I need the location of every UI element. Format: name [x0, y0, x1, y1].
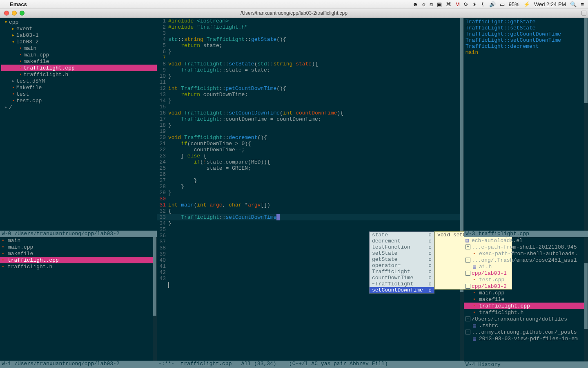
sync-icon[interactable]: ⟳ [464, 1, 468, 7]
expand-icon[interactable]: - [466, 284, 470, 289]
code-line[interactable]: 2#include "trafficlight.h" [157, 24, 464, 30]
tree-file[interactable]: ▪test.cpp [1, 97, 157, 104]
autocomplete-item[interactable]: operator=c [370, 263, 434, 269]
tree-folder[interactable]: ▾lab03-2 [1, 38, 157, 45]
buffer-item[interactable]: ▪makefile [464, 296, 588, 303]
code-line[interactable]: 3 [157, 30, 464, 36]
buffer-group[interactable]: -...ommytxtruong.github.com/_posts [464, 329, 588, 335]
buffer-item[interactable]: ▤a1.h [464, 263, 588, 270]
bluetooth-icon[interactable]: ∗ [472, 1, 477, 7]
code-line[interactable]: 11 [157, 79, 464, 85]
list-item[interactable]: ▤ ecb-autoloads.el [464, 237, 588, 244]
tree-file[interactable]: ▪main.cpp [1, 52, 157, 58]
autocomplete-item[interactable]: countDownTimec [370, 275, 434, 281]
dropbox-icon[interactable]: ⧈ [430, 1, 433, 7]
code-line[interactable]: 26 [157, 171, 464, 177]
file-history[interactable]: ▪main▪main.cpp▪makefile▪trafficlight.cpp… [0, 237, 157, 368]
scrollbar[interactable] [153, 237, 157, 368]
buffer-group[interactable]: -...ong/.Trash/emacs/cosc2451_ass1 [464, 257, 588, 263]
code-line[interactable]: 27 } [157, 177, 464, 184]
close-icon[interactable] [4, 11, 9, 16]
code-line[interactable]: 29} [157, 190, 464, 196]
code-line[interactable]: 1#include <iostream> [157, 18, 464, 24]
minimize-icon[interactable] [12, 11, 17, 16]
code-line[interactable]: 23 } else { [157, 153, 464, 159]
code-line[interactable]: 17 TrafficLight::countDownTime = countDo… [157, 116, 464, 122]
code-line[interactable]: 6} [157, 49, 464, 55]
directory-tree[interactable]: ▾cpp▸event▸lab03-1▾lab03-2▪main▪main.cpp… [0, 18, 157, 231]
code-line[interactable]: 25 state = GREEN; [157, 165, 464, 171]
scrollbar[interactable] [460, 18, 464, 361]
autocomplete-item[interactable]: ~TrafficLightc [370, 281, 434, 287]
tree-folder[interactable]: ▸test.dSYM [1, 78, 157, 84]
code-line[interactable]: 20void TrafficLight::decrement(){ [157, 135, 464, 141]
buffer-item[interactable]: ▤2013-03-03-view-pdf-files-in-em [464, 335, 588, 342]
autocomplete-item[interactable]: TrafficLightc [370, 269, 434, 275]
tree-folder[interactable]: ▸lab03-1 [1, 32, 157, 38]
list-item[interactable]: ▪trafficlight.h [0, 263, 157, 270]
pacman-icon[interactable]: ☻ [412, 1, 418, 7]
code-line[interactable]: 18} [157, 122, 464, 128]
code-line[interactable]: 15 [157, 104, 464, 110]
autocomplete-item[interactable]: statec [370, 232, 434, 238]
method-item[interactable]: TrafficLight::getState [466, 19, 586, 25]
tree-file[interactable]: ▪main [1, 45, 157, 52]
menu-extra-icon[interactable]: ⌘ [446, 1, 451, 7]
tree-file[interactable]: ▪Makefile [1, 84, 157, 91]
expand-icon[interactable]: - [466, 271, 470, 276]
buffer-item[interactable]: ▪main.cpp [464, 289, 588, 296]
code-line[interactable]: 28 } [157, 184, 464, 190]
buffer-group[interactable]: -cpp/lab03-1 [464, 270, 588, 276]
autocomplete-item[interactable]: getStatec [370, 256, 434, 263]
code-line[interactable]: 7 [157, 55, 464, 61]
clock[interactable]: Wed 2:24 PM [534, 1, 566, 7]
code-line[interactable]: 34} [157, 220, 464, 227]
tree-file[interactable]: ▪trafficlight.h [1, 71, 157, 78]
buffer-item[interactable]: ▪trafficlight.h [464, 309, 588, 316]
autocomplete-item[interactable]: testFunctionc [370, 244, 434, 250]
expand-icon[interactable]: - [466, 258, 470, 263]
tree-file[interactable]: ▪makefile [1, 58, 157, 65]
expand-icon[interactable]: - [466, 316, 470, 321]
tree-folder[interactable]: ▸event [1, 25, 157, 32]
gmail-icon[interactable]: M [455, 1, 460, 7]
autocomplete-item[interactable]: decrementc [370, 238, 434, 244]
zoom-icon[interactable] [20, 11, 24, 16]
method-item[interactable]: TrafficLight::getCountDownTime [466, 31, 586, 37]
wifi-icon[interactable]: ⚸ [481, 1, 485, 7]
globe-icon[interactable]: ⌀ [422, 1, 425, 7]
code-line[interactable]: 8void TrafficLight::setState(std::string… [157, 61, 464, 67]
autocomplete-item[interactable]: setCountDownTimec [370, 287, 434, 293]
tree-file[interactable]: ▪test [1, 91, 157, 97]
code-line[interactable]: 12int TrafficLight::getCountDownTime(){ [157, 85, 464, 92]
tree-folder[interactable]: ▸/ [1, 104, 157, 110]
method-list[interactable]: TrafficLight::getStateTrafficLight::setS… [464, 18, 588, 231]
method-item[interactable]: TrafficLight::setState [466, 25, 586, 31]
code-line[interactable]: 5 return state; [157, 43, 464, 49]
list-item[interactable]: ▪main.cpp [0, 244, 157, 250]
code-line[interactable]: 33 TrafficLight::setCountDownTime [157, 214, 464, 220]
buffer-item[interactable]: ▪test.cpp [464, 276, 588, 283]
code-line[interactable]: 31int main(int argc, char *argv[]) [157, 202, 464, 208]
buffer-group[interactable]: +...c-path-from-shell-20121108.945 [464, 244, 588, 250]
code-line[interactable]: 30 [157, 196, 464, 202]
code-line[interactable]: 22 countDownTime--; [157, 147, 464, 153]
code-editor[interactable]: 1#include <iostream>2#include "trafficli… [157, 18, 464, 361]
code-line[interactable]: 16void TrafficLight::setCountDownTime(in… [157, 110, 464, 116]
code-line[interactable]: 24 if(!state.compare(RED)){ [157, 159, 464, 165]
volume-icon[interactable]: 🔊 [489, 1, 496, 7]
buffer-item[interactable]: ▪trafficlight.cpp [464, 303, 588, 309]
battery-icon[interactable]: ▭ [500, 1, 505, 7]
method-item[interactable]: TrafficLight::setCountDownTime [466, 37, 586, 43]
method-item[interactable]: TrafficLight::decrement [466, 43, 586, 49]
code-line[interactable]: 4std::string TrafficLight::getState(){ [157, 36, 464, 43]
code-line[interactable]: 10} [157, 73, 464, 79]
code-line[interactable]: 21 if(countDownTime > 0){ [157, 141, 464, 147]
list-item[interactable]: ▪makefile [0, 250, 157, 257]
code-line[interactable]: 14} [157, 98, 464, 104]
code-line[interactable]: 13 return countDownTime; [157, 92, 464, 98]
scrollbar[interactable] [584, 18, 588, 231]
buffer-item[interactable]: ▪exec-path-from-shell-autoloads. [464, 250, 588, 257]
notifications-icon[interactable]: ≡ [581, 1, 584, 7]
app-name[interactable]: Emacs [10, 1, 27, 7]
